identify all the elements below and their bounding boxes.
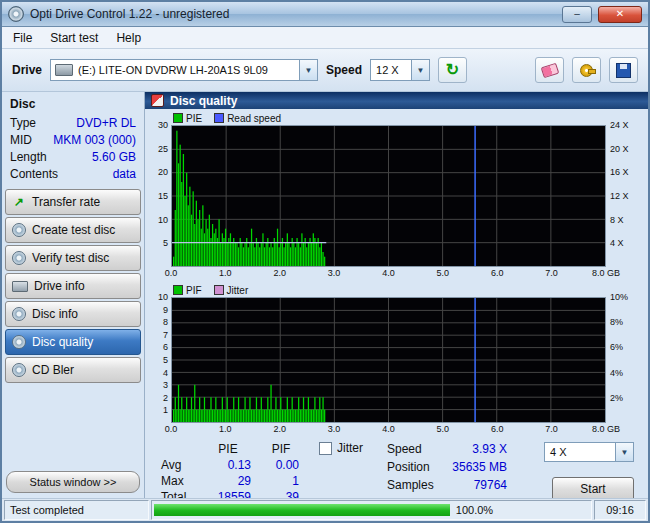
- info-value: data: [113, 167, 136, 182]
- menu-help[interactable]: Help: [107, 29, 150, 47]
- sidebar-item-label: Disc quality: [32, 335, 93, 349]
- title-bar[interactable]: Opti Drive Control 1.22 - unregistered –…: [2, 2, 648, 27]
- y-tick-label: 20: [158, 167, 168, 177]
- y-tick-label: 8%: [610, 317, 623, 327]
- y-tick-label: 4%: [610, 368, 623, 378]
- samples-label: Samples: [387, 478, 441, 492]
- chevron-down-icon[interactable]: ▼: [299, 60, 317, 80]
- legend-swatch: [173, 285, 183, 295]
- y-tick-label: 20 X: [610, 144, 629, 154]
- speed-stat-value: 3.93 X: [441, 442, 507, 456]
- create-test-disc-icon: [12, 223, 26, 237]
- x-tick-label: 2.0: [273, 268, 286, 278]
- chevron-down-icon[interactable]: ▼: [615, 443, 633, 461]
- y-tick-label: 5: [163, 355, 168, 365]
- x-tick-label: 1.0: [219, 268, 232, 278]
- y-tick-label: 8 X: [610, 215, 624, 225]
- sidebar-item-disc-quality[interactable]: Disc quality: [5, 329, 141, 355]
- pie-y-axis-right: 24 X20 X16 X12 X8 X4 X: [606, 125, 644, 267]
- x-tick-label: 5.0: [437, 424, 450, 434]
- plot-svg: [172, 126, 605, 266]
- y-tick-label: 6%: [610, 342, 623, 352]
- license-button[interactable]: [572, 57, 601, 83]
- max-label: Max: [161, 474, 199, 488]
- close-button[interactable]: ✕: [598, 6, 642, 23]
- max-pif-value: 1: [257, 474, 305, 488]
- sidebar-item-cd-bler[interactable]: CD Bler: [5, 357, 141, 383]
- x-tick-label: 5.0: [437, 268, 450, 278]
- disc-section-header: Disc: [2, 94, 144, 115]
- speed-select-value: 12 X: [371, 64, 411, 76]
- pif-chart-plot: [171, 297, 606, 423]
- write-speed-select[interactable]: 4 X ▼: [544, 442, 634, 462]
- sidebar-item-verify-test-disc[interactable]: Verify test disc: [5, 245, 141, 271]
- y-tick-label: 25: [158, 144, 168, 154]
- sidebar-item-label: CD Bler: [32, 363, 74, 377]
- jitter-toggle[interactable]: Jitter: [319, 441, 363, 455]
- x-tick-label: 4.0: [382, 268, 395, 278]
- chevron-down-icon[interactable]: ▼: [411, 60, 429, 80]
- speed-select[interactable]: 12 X ▼: [370, 59, 430, 81]
- drive-info-icon: [12, 281, 28, 292]
- error-stats-table: PIE PIF Avg 0.13 0.00 Max 29 1 Total 185…: [161, 442, 305, 504]
- pie-chart-plot: [171, 125, 606, 267]
- disc-info-row: Length 5.60 GB: [2, 149, 144, 166]
- progress-percent: 100.0%: [456, 504, 493, 516]
- sidebar-item-disc-info[interactable]: Disc info: [5, 301, 141, 327]
- info-value: MKM 003 (000): [53, 133, 136, 148]
- x-tick-label: 0.0: [165, 268, 178, 278]
- menu-start-test[interactable]: Start test: [41, 29, 107, 47]
- menu-bar: File Start test Help: [2, 27, 648, 49]
- progress-bar-fill: [154, 504, 450, 516]
- y-tick-label: 2: [163, 393, 168, 403]
- max-pie-value: 29: [199, 474, 257, 488]
- content-area: Disc Type DVD+R DL MID MKM 003 (000) Len…: [2, 92, 648, 498]
- legend-item: Jitter: [214, 285, 249, 296]
- x-tick-label: 8.0 GB: [592, 424, 620, 434]
- avg-pif-value: 0.00: [257, 458, 305, 472]
- refresh-button[interactable]: ↻: [438, 57, 467, 83]
- erase-button[interactable]: [535, 57, 564, 83]
- minimize-button[interactable]: –: [562, 6, 592, 23]
- sidebar-item-transfer-rate[interactable]: ↗ Transfer rate: [5, 189, 141, 215]
- sidebar-item-drive-info[interactable]: Drive info: [5, 273, 141, 299]
- progress-cell: 100.0%: [151, 500, 592, 520]
- keys-icon: [580, 64, 593, 77]
- speed-label: Speed: [326, 63, 362, 77]
- sidebar-item-label: Drive info: [34, 279, 85, 293]
- status-text: Test completed: [10, 504, 84, 516]
- menu-file[interactable]: File: [4, 29, 41, 47]
- drive-select[interactable]: (E:) LITE-ON DVDRW LH-20A1S 9L09 ▼: [50, 59, 318, 81]
- pif-y-axis-left: 10987654321: [147, 297, 171, 423]
- y-tick-label: 16 X: [610, 167, 629, 177]
- y-tick-label: 8: [163, 317, 168, 327]
- x-tick-label: 1.0: [219, 424, 232, 434]
- pie-chart-legend: PIERead speed: [173, 111, 644, 125]
- disc-info-row: Contents data: [2, 166, 144, 183]
- legend-item: Read speed: [214, 113, 281, 124]
- app-icon: [8, 6, 24, 22]
- status-window-button[interactable]: Status window >>: [6, 471, 140, 493]
- sidebar-item-label: Disc info: [32, 307, 78, 321]
- disc-quality-icon: [12, 335, 26, 349]
- pie-chart: PIERead speed 30252015105 24 X20 X16 X12…: [147, 111, 644, 281]
- eraser-icon: [540, 62, 559, 77]
- pif-chart-legend: PIFJitter: [173, 283, 644, 297]
- sidebar-buttons: ↗ Transfer rate Create test disc Verify …: [2, 189, 144, 383]
- run-stats: Speed 3.93 X Position 35635 MB Samples 7…: [387, 442, 507, 492]
- verify-test-disc-icon: [12, 251, 26, 265]
- info-label: Type: [10, 116, 36, 131]
- disc-info-row: Type DVD+R DL: [2, 115, 144, 132]
- sidebar-item-create-test-disc[interactable]: Create test disc: [5, 217, 141, 243]
- y-tick-label: 6: [163, 342, 168, 352]
- sidebar-item-label: Create test disc: [32, 223, 115, 237]
- jitter-checkbox[interactable]: [319, 442, 332, 455]
- cd-bler-icon: [12, 363, 26, 377]
- x-tick-label: 6.0: [491, 424, 504, 434]
- info-label: MID: [10, 133, 32, 148]
- panel-title: Disc quality: [170, 94, 237, 108]
- avg-pie-value: 0.13: [199, 458, 257, 472]
- bars: [173, 131, 325, 266]
- time-text: 09:16: [606, 504, 634, 516]
- save-button[interactable]: [609, 57, 638, 83]
